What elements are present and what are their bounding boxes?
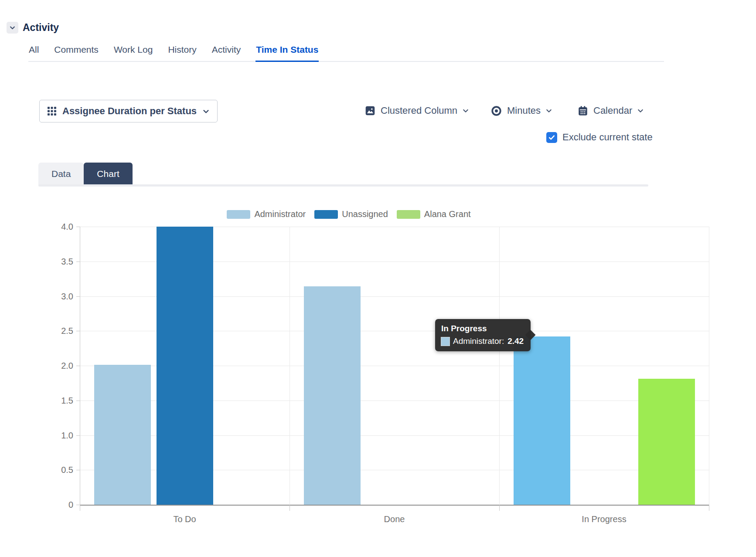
y-axis-line [80, 227, 80, 511]
y-axis-label: 0 [46, 499, 73, 510]
y-axis-tick [76, 435, 80, 436]
legend-label: Administrator [254, 209, 306, 219]
grid-icon [47, 106, 57, 116]
chevron-down-icon [545, 107, 552, 114]
legend-item-administrator[interactable]: Administrator [227, 209, 306, 219]
tab-data[interactable]: Data [38, 163, 84, 185]
collapse-section-button[interactable] [7, 22, 18, 34]
x-axis-category-label: Done [289, 514, 499, 524]
tab-time-in-status[interactable]: Time In Status [255, 44, 319, 62]
y-axis-tick [76, 401, 80, 401]
x-axis-tick [499, 505, 500, 511]
x-axis-category-label: To Do [80, 514, 289, 524]
view-selector-dropdown[interactable]: Assignee Duration per Status [39, 100, 218, 122]
tooltip-series-swatch [441, 337, 450, 346]
chevron-down-icon [202, 108, 210, 115]
chevron-down-icon [462, 107, 469, 114]
y-axis-label: 1.5 [46, 395, 73, 406]
y-axis-tick [76, 331, 80, 331]
y-axis-label: 3.5 [46, 256, 73, 267]
legend-swatch [227, 210, 250, 219]
bar-in-progress-administrator[interactable] [514, 336, 570, 505]
page-title: Activity [23, 22, 59, 34]
tab-history[interactable]: History [167, 44, 197, 61]
chevron-down-icon [9, 24, 16, 31]
view-mode-tabs: Data Chart [38, 163, 133, 185]
x-axis-category-label: In Progress [499, 514, 709, 524]
legend-label: Unassigned [342, 209, 388, 219]
chart-type-dropdown[interactable]: Clustered Column [364, 100, 469, 122]
bar-done-administrator[interactable] [304, 286, 361, 505]
y-axis-label: 1.0 [46, 430, 73, 441]
bar-to-do-administrator[interactable] [94, 365, 151, 505]
chart-tooltip: In Progress Administrator: 2.42 [435, 319, 531, 351]
y-axis-label: 2.0 [46, 360, 73, 371]
tab-activity[interactable]: Activity [211, 44, 242, 61]
eye-icon [490, 105, 502, 117]
chart-legend: AdministratorUnassignedAlana Grant [44, 209, 654, 219]
tab-chart[interactable]: Chart [84, 163, 132, 185]
x-axis-tick [709, 505, 709, 511]
unit-dropdown[interactable]: Minutes [490, 100, 552, 122]
legend-label: Alana Grant [424, 209, 471, 219]
exclude-current-state-label: Exclude current state [562, 132, 653, 143]
x-axis-tick [80, 505, 80, 511]
gridline-x [499, 227, 500, 505]
activity-section-header: Activity [7, 22, 59, 34]
y-axis-label: 4.0 [46, 221, 73, 232]
view-selector-label: Assignee Duration per Status [62, 105, 197, 117]
gridline-x [289, 227, 290, 505]
image-icon [364, 105, 376, 116]
y-axis-tick [76, 296, 80, 297]
x-axis-line [80, 505, 709, 506]
bar-in-progress-alana-grant[interactable] [638, 379, 695, 505]
tab-comments[interactable]: Comments [54, 44, 99, 61]
subtab-divider [38, 184, 648, 187]
y-axis-tick [76, 505, 80, 505]
calendar-icon [577, 105, 589, 116]
legend-item-alana-grant[interactable]: Alana Grant [397, 209, 471, 219]
tooltip-value: 2.42 [507, 336, 524, 346]
legend-item-unassigned[interactable]: Unassigned [314, 209, 388, 219]
tab-all[interactable]: All [28, 44, 39, 61]
chevron-down-icon [637, 107, 644, 114]
activity-tab-bar: All Comments Work Log History Activity T… [28, 44, 664, 62]
y-axis-tick [76, 262, 80, 262]
gridline-x [709, 227, 709, 505]
tab-work-log[interactable]: Work Log [113, 44, 153, 61]
clustered-column-chart: AdministratorUnassignedAlana Grant 00.51… [0, 192, 756, 556]
legend-swatch [314, 210, 338, 219]
calendar-dropdown[interactable]: Calendar [577, 100, 644, 122]
bar-to-do-unassigned[interactable] [157, 227, 213, 505]
legend-swatch [397, 210, 420, 219]
y-axis-tick [76, 470, 80, 470]
tooltip-title: In Progress [441, 324, 524, 333]
calendar-label: Calendar [593, 105, 632, 116]
y-axis-tick [76, 227, 80, 227]
checkbox-checked-icon[interactable] [546, 132, 557, 143]
y-axis-label: 2.5 [46, 326, 73, 336]
tooltip-series-label: Administrator: [453, 336, 504, 346]
exclude-current-state-toggle[interactable]: Exclude current state [546, 132, 653, 143]
y-axis-label: 0.5 [46, 465, 73, 475]
unit-label: Minutes [507, 105, 541, 116]
x-axis-tick [289, 505, 290, 511]
y-axis-tick [76, 366, 80, 366]
chart-type-label: Clustered Column [381, 105, 457, 116]
y-axis-label: 3.0 [46, 291, 73, 302]
